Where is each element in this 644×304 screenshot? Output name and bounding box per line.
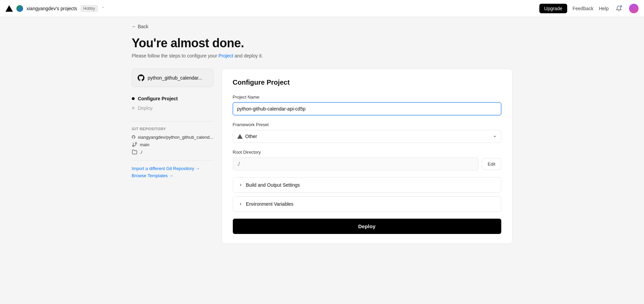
steps-section: Configure Project Deploy [132, 94, 213, 113]
page-title: You're almost done. [132, 36, 512, 50]
root-directory-label: Root Directory [233, 150, 501, 155]
notification-button[interactable] [614, 4, 624, 13]
hobby-badge: Hobby [81, 5, 98, 12]
framework-value: Other [245, 134, 257, 139]
page-subtitle: Please follow the steps to configure you… [132, 53, 512, 58]
chevron-right-env-icon [239, 202, 243, 206]
chevron-down-icon: ⌃ [101, 6, 105, 11]
step-deploy: Deploy [132, 103, 213, 113]
root-directory-input[interactable] [233, 157, 479, 170]
env-variables-label: Environment Variables [246, 201, 294, 207]
step-configure-label: Configure Project [138, 96, 178, 101]
content-layout: python_github_calendar... Configure Proj… [132, 69, 512, 244]
avatar[interactable] [629, 4, 639, 13]
upgrade-button[interactable]: Upgrade [539, 4, 567, 13]
branch-icon [132, 142, 137, 147]
divider-2 [132, 160, 213, 161]
edit-root-dir-button[interactable]: Edit [482, 158, 501, 170]
github-icon [138, 74, 144, 81]
configure-panel: Configure Project Project Name Framework… [222, 69, 512, 244]
env-variables-header[interactable]: Environment Variables [233, 197, 501, 212]
build-output-settings-header[interactable]: Build and Output Settings [233, 178, 501, 192]
project-icon [16, 5, 23, 12]
subtitle-project-link[interactable]: Project [219, 53, 233, 58]
header-right: Upgrade Feedback Help [539, 4, 639, 13]
repo-card: python_github_calendar... [132, 69, 213, 87]
left-panel: python_github_calendar... Configure Proj… [132, 69, 213, 180]
back-link[interactable]: ← Back [132, 24, 149, 29]
header-left: xiangyangdev's projects Hobby ⌃ [5, 5, 539, 12]
project-name-group: Project Name [233, 95, 501, 115]
build-output-settings-label: Build and Output Settings [246, 182, 300, 188]
repo-card-name: python_github_calendar... [148, 75, 202, 81]
env-variables-accordion: Environment Variables [233, 196, 501, 212]
github-small-icon [132, 134, 135, 140]
step-deploy-label: Deploy [138, 105, 153, 111]
project-name-input[interactable] [233, 102, 501, 115]
svg-point-2 [133, 145, 134, 147]
import-different-repo-link[interactable]: Import a different Git Repository → [132, 166, 213, 171]
feedback-link[interactable]: Feedback [573, 6, 593, 11]
git-repo-name: xiangyangdev/python_github_calend... [138, 135, 213, 140]
project-name-label: Project Name [233, 95, 501, 100]
git-directory-row: ./ [132, 149, 213, 155]
svg-point-1 [135, 142, 137, 144]
configure-title: Configure Project [233, 79, 501, 86]
build-output-settings-accordion: Build and Output Settings [233, 177, 501, 193]
subtitle-prefix: Please follow the steps to configure you… [132, 53, 219, 58]
git-repo-row: xiangyangdev/python_github_calend... [132, 134, 213, 140]
deploy-button[interactable]: Deploy [233, 219, 501, 234]
vercel-logo-icon [5, 5, 13, 12]
step-configure: Configure Project [132, 94, 213, 103]
framework-preset-label: Framework Preset [233, 122, 501, 127]
root-directory-group: Root Directory Edit [233, 150, 501, 170]
divider-1 [132, 121, 213, 121]
chevron-right-build-icon [239, 183, 243, 187]
chevron-down-icon [493, 134, 497, 138]
git-directory-value: ./ [140, 150, 142, 155]
root-dir-row: Edit [233, 157, 501, 170]
git-branch-name: main [140, 142, 150, 147]
subtitle-suffix: and deploy it. [233, 53, 263, 58]
git-branch-row: main [132, 142, 213, 147]
git-info: GIT REPOSITORY xiangyangdev/python_githu… [132, 127, 213, 155]
step-configure-dot [132, 97, 135, 100]
project-name: xiangyangdev's projects [27, 6, 77, 11]
git-section-label: GIT REPOSITORY [132, 127, 213, 131]
help-link[interactable]: Help [599, 6, 609, 11]
notification-dot [620, 5, 622, 7]
main-content: ← Back You're almost done. Please follow… [118, 0, 526, 244]
browse-templates-link[interactable]: Browse Templates → [132, 173, 213, 178]
framework-other-icon [237, 134, 243, 139]
folder-icon [132, 149, 137, 155]
framework-select-left: Other [237, 134, 257, 139]
framework-preset-select[interactable]: Other [233, 130, 501, 143]
header: xiangyangdev's projects Hobby ⌃ Upgrade … [0, 0, 644, 17]
step-deploy-dot [132, 107, 135, 109]
framework-preset-group: Framework Preset Other [233, 122, 501, 143]
